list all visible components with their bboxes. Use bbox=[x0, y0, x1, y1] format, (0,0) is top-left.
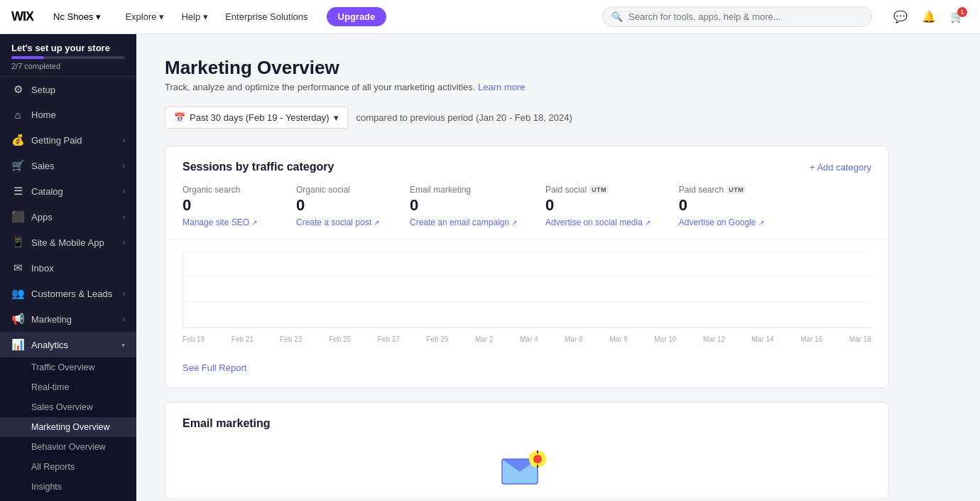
help-chevron bbox=[203, 11, 208, 22]
add-category-button[interactable]: + Add category bbox=[810, 162, 871, 173]
topnav-explore[interactable]: Explore bbox=[118, 7, 171, 26]
advertise-google-link[interactable]: Advertise on Google ↗ bbox=[679, 217, 764, 227]
search-bar[interactable]: 🔍 bbox=[602, 6, 872, 27]
sidebar-sub-sales-overview[interactable]: Sales Overview bbox=[0, 397, 136, 417]
chart-label-1: Feb 21 bbox=[232, 335, 254, 343]
calendar-icon: 📅 bbox=[174, 112, 185, 123]
sidebar-item-catalog[interactable]: ☰ Catalog bbox=[0, 178, 136, 204]
messages-button[interactable]: 💬 bbox=[889, 6, 912, 28]
date-filter-select[interactable]: 📅 Past 30 days (Feb 19 - Yesterday) bbox=[165, 107, 348, 129]
create-social-post-link[interactable]: Create a social post ↗ bbox=[296, 217, 381, 227]
topnav-help[interactable]: Help bbox=[174, 7, 215, 26]
messages-icon: 💬 bbox=[893, 10, 908, 23]
app-layout: Let's set up your store 2/7 completed ⚙ … bbox=[0, 34, 980, 501]
setup-panel: Let's set up your store 2/7 completed bbox=[0, 34, 136, 77]
date-filter-chevron bbox=[334, 112, 339, 123]
sidebar-sub-all-reports[interactable]: All Reports bbox=[0, 457, 136, 477]
site-selector[interactable]: Nc Shoes bbox=[48, 9, 107, 25]
date-filter-bar: 📅 Past 30 days (Feb 19 - Yesterday) comp… bbox=[165, 107, 889, 129]
notifications-button[interactable]: 🔔 bbox=[918, 6, 940, 28]
upgrade-button[interactable]: Upgrade bbox=[327, 7, 387, 26]
email-illustration bbox=[499, 445, 555, 495]
external-link-icon-3: ↗ bbox=[511, 219, 517, 227]
analytics-submenu: Traffic Overview Real-time Sales Overvie… bbox=[0, 357, 136, 501]
sidebar-item-marketing[interactable]: 📢 Marketing bbox=[0, 306, 136, 332]
paid-search-value: 0 bbox=[679, 196, 764, 215]
paid-social-label: Paid social UTM bbox=[545, 185, 650, 195]
sessions-chart: Feb 19 Feb 21 Feb 23 Feb 25 Feb 27 Feb 2… bbox=[165, 239, 888, 353]
topnav-enterprise[interactable]: Enterprise Solutions bbox=[218, 7, 315, 26]
email-marketing-label: Email marketing bbox=[410, 185, 517, 195]
email-card-content bbox=[165, 441, 888, 498]
sessions-card-title: Sessions by traffic category bbox=[183, 161, 334, 173]
email-card-title: Email marketing bbox=[183, 417, 271, 430]
catalog-chevron bbox=[123, 188, 125, 195]
setup-title: Let's set up your store bbox=[11, 43, 125, 53]
chart-label-6: Mar 2 bbox=[475, 335, 494, 343]
see-full-report-link[interactable]: See Full Report bbox=[183, 362, 246, 373]
getting-paid-chevron bbox=[123, 136, 125, 144]
site-name: Nc Shoes bbox=[53, 11, 93, 22]
apps-icon: ⬛ bbox=[11, 210, 24, 223]
date-compare-label: compared to previous period (Jan 20 - Fe… bbox=[356, 112, 572, 123]
chart-x-labels: Feb 19 Feb 21 Feb 23 Feb 25 Feb 27 Feb 2… bbox=[183, 333, 871, 343]
topnav-icons: 💬 🔔 🛒 1 bbox=[889, 6, 969, 28]
chart-label-5: Feb 29 bbox=[426, 335, 448, 343]
sidebar-item-analytics[interactable]: 📊 Analytics bbox=[0, 332, 136, 357]
cart-badge: 1 bbox=[957, 7, 967, 17]
marketing-icon: 📢 bbox=[11, 313, 24, 325]
learn-more-link[interactable]: Learn more bbox=[478, 82, 525, 92]
sidebar-sub-benchmarks[interactable]: Benchmarks bbox=[0, 497, 136, 501]
topnav-nav: Explore Help Enterprise Solutions bbox=[118, 7, 315, 26]
organic-search-label: Organic search bbox=[183, 185, 268, 195]
analytics-icon: 📊 bbox=[11, 338, 24, 351]
paid-search-utm: UTM bbox=[726, 185, 746, 194]
sidebar-item-sales[interactable]: 🛒 Sales bbox=[0, 153, 136, 178]
organic-social-label: Organic social bbox=[296, 185, 381, 195]
setup-progress-fill bbox=[11, 56, 44, 59]
chart-label-11: Mar 12 bbox=[703, 335, 725, 343]
traffic-cat-paid-search: Paid search UTM 0 Advertise on Google ↗ bbox=[679, 185, 764, 227]
search-input[interactable] bbox=[628, 11, 863, 22]
traffic-cat-email: Email marketing 0 Create an email campai… bbox=[410, 185, 517, 227]
advertise-social-link[interactable]: Advertise on social media ↗ bbox=[545, 217, 650, 227]
sidebar-sub-traffic-overview[interactable]: Traffic Overview bbox=[0, 357, 136, 377]
sidebar-item-inbox[interactable]: ✉ Inbox bbox=[0, 255, 136, 281]
paid-search-label: Paid search UTM bbox=[679, 185, 764, 195]
bell-icon: 🔔 bbox=[922, 10, 936, 23]
sidebar-item-apps[interactable]: ⬛ Apps bbox=[0, 204, 136, 230]
chart-label-9: Mar 8 bbox=[609, 335, 628, 343]
email-card-header: Email marketing bbox=[165, 403, 888, 441]
sidebar-item-getting-paid[interactable]: 💰 Getting Paid bbox=[0, 127, 136, 153]
chart-label-14: Mar 18 bbox=[849, 335, 871, 343]
sidebar-sub-behavior-overview[interactable]: Behavior Overview bbox=[0, 437, 136, 457]
chart-label-2: Feb 23 bbox=[280, 335, 302, 343]
page-subtitle: Track, analyze and optimize the performa… bbox=[165, 82, 889, 92]
create-email-campaign-link[interactable]: Create an email campaign ↗ bbox=[410, 217, 517, 227]
sidebar-sub-marketing-overview[interactable]: Marketing Overview bbox=[0, 417, 136, 437]
page-title: Marketing Overview bbox=[165, 57, 889, 79]
sidebar-sub-insights[interactable]: Insights bbox=[0, 477, 136, 497]
sidebar-sub-real-time[interactable]: Real-time bbox=[0, 377, 136, 397]
sidebar-item-home[interactable]: ⌂ Home bbox=[0, 102, 136, 127]
analytics-chevron bbox=[121, 341, 125, 349]
external-link-icon: ↗ bbox=[251, 219, 257, 227]
apps-chevron bbox=[123, 213, 125, 221]
cart-button[interactable]: 🛒 1 bbox=[946, 6, 969, 28]
email-marketing-value: 0 bbox=[410, 196, 517, 215]
sidebar-item-customers-leads[interactable]: 👥 Customers & Leads bbox=[0, 281, 136, 306]
svg-point-8 bbox=[533, 455, 542, 463]
manage-seo-link[interactable]: Manage site SEO ↗ bbox=[183, 217, 268, 227]
sidebar-item-site-mobile[interactable]: 📱 Site & Mobile App bbox=[0, 230, 136, 255]
customers-icon: 👥 bbox=[11, 287, 24, 300]
sidebar-item-setup[interactable]: ⚙ Setup bbox=[0, 77, 136, 102]
setup-progress-label: 2/7 completed bbox=[11, 62, 125, 70]
setup-icon: ⚙ bbox=[11, 83, 24, 96]
setup-progress-bar bbox=[11, 56, 125, 59]
organic-social-value: 0 bbox=[296, 196, 381, 215]
chart-label-0: Feb 19 bbox=[183, 335, 205, 343]
chart-label-12: Mar 14 bbox=[752, 335, 774, 343]
sessions-card-header: Sessions by traffic category + Add categ… bbox=[165, 146, 888, 185]
site-selector-chevron bbox=[96, 11, 101, 22]
search-icon: 🔍 bbox=[611, 11, 623, 22]
